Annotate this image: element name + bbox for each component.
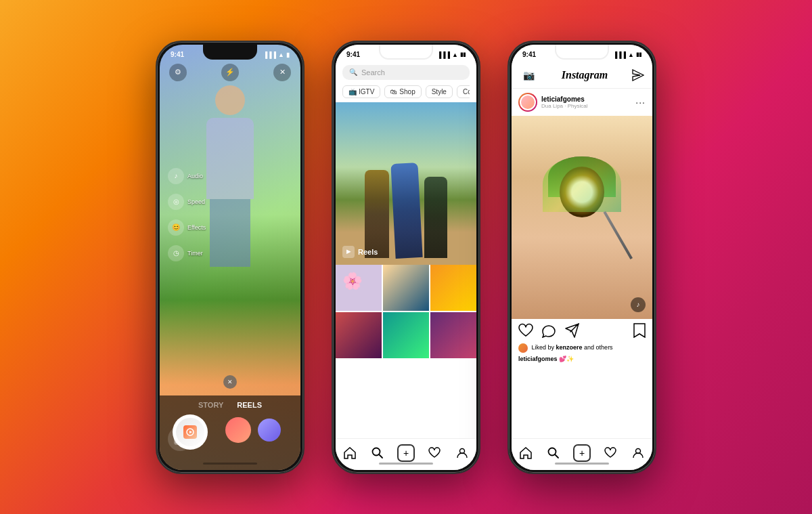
timer-control[interactable]: ◷ Timer: [168, 245, 206, 261]
svg-line-5: [379, 454, 382, 458]
status-icons-1: ▐▐▐ ▲ ▮: [263, 51, 290, 58]
effect-bubble-2[interactable]: [258, 419, 281, 442]
glitter-eyeshadow: [543, 156, 622, 213]
person-head: [215, 85, 245, 115]
nav-add-3[interactable]: +: [573, 444, 591, 462]
camera-icon-ig[interactable]: 📷: [520, 66, 537, 84]
post-actions: [512, 319, 652, 342]
pill-comics[interactable]: Comics: [457, 85, 470, 98]
nav-profile-3[interactable]: [630, 445, 646, 461]
home-indicator-3: [555, 463, 609, 465]
camera-top-controls: ⚙ ⚡ ✕: [160, 64, 300, 81]
notch-3: [555, 45, 609, 60]
search-icon: 🔍: [349, 68, 357, 76]
effects-control[interactable]: 😊 Effects: [168, 219, 206, 236]
grid-item-4[interactable]: [336, 312, 382, 358]
category-pills: 📺 IGTV 🛍 Shop Style Comics TV & Mo…: [342, 85, 470, 98]
nav-profile-2[interactable]: [454, 445, 470, 461]
timer-label: Timer: [187, 250, 203, 257]
nav-add-2[interactable]: +: [397, 444, 415, 462]
grid-item-3[interactable]: [430, 265, 476, 311]
status-time-2: 9:41: [346, 51, 360, 58]
explore-header: 🔍 Search 📺 IGTV 🛍 Shop Style Comics: [336, 62, 476, 102]
audio-label: Audio: [187, 173, 203, 179]
delete-badge[interactable]: ✕: [223, 375, 237, 389]
speed-control[interactable]: ◎ Speed: [168, 194, 206, 210]
dancer-1: [365, 170, 389, 258]
search-bar[interactable]: 🔍 Search: [342, 65, 470, 80]
user-text: leticiafgomes Dua Lipa · Physical: [541, 95, 587, 109]
close-icon[interactable]: ✕: [273, 64, 291, 81]
shop-icon: 🛍: [390, 88, 397, 95]
tab-story[interactable]: STORY: [198, 401, 223, 409]
tab-reels[interactable]: REELS: [237, 401, 262, 409]
caption-text: 💕✨: [559, 356, 574, 362]
dancer-2: [390, 163, 422, 259]
svg-line-8: [555, 454, 558, 458]
pill-shop[interactable]: 🛍 Shop: [384, 85, 421, 98]
phone-feed: 9:41 ▐▐▐ ▲ ▮▮ 📷 Instagram: [508, 41, 656, 474]
mode-tabs: STORY REELS: [198, 395, 262, 412]
svg-marker-3: [189, 431, 192, 433]
grid-item-5[interactable]: [383, 312, 429, 358]
music-badge: ♪: [631, 297, 646, 312]
action-buttons-left: [518, 323, 579, 341]
ig-post: leticiafgomes Dua Lipa · Physical ··· ♪: [512, 89, 652, 368]
notch: [203, 45, 257, 60]
more-options[interactable]: ···: [635, 97, 646, 108]
igtv-icon: 📺: [348, 88, 357, 95]
search-placeholder: Search: [361, 68, 385, 77]
effects-icon: 😊: [168, 219, 184, 236]
audio-control[interactable]: ♪ Audio: [168, 168, 206, 184]
dancer-3: [424, 177, 447, 258]
reels-label: ▶ Reels: [342, 246, 378, 258]
post-image: ♪: [512, 116, 652, 319]
like-icon[interactable]: [518, 323, 533, 341]
grid-item-2[interactable]: [383, 265, 429, 311]
phone-explore: 9:41 ▐▐▐ ▲ ▮▮ 🔍 Search 📺 IGTV 🛍 Shop: [332, 41, 480, 474]
save-icon[interactable]: [633, 323, 646, 341]
user-avatar[interactable]: [518, 93, 537, 112]
nav-home-3[interactable]: [518, 445, 534, 461]
liked-by-text: Liked by kenzoere and others: [512, 342, 652, 354]
user-info: leticiafgomes Dua Lipa · Physical: [518, 93, 587, 112]
pill-shop-label: Shop: [399, 88, 415, 95]
person-body: [206, 118, 254, 199]
flash-icon[interactable]: ⚡: [221, 64, 239, 81]
camera-left-controls: ♪ Audio ◎ Speed 😊 Effects ◷ Timer: [168, 168, 206, 261]
status-icons-2: ▐▐▐ ▲ ▮▮: [437, 51, 466, 58]
nav-home-2[interactable]: [342, 445, 358, 461]
effects-label: Effects: [187, 224, 206, 231]
brush: [603, 211, 632, 259]
pill-igtv[interactable]: 📺 IGTV: [342, 85, 380, 98]
grid-item-6[interactable]: [430, 312, 476, 358]
pill-igtv-label: IGTV: [359, 88, 374, 95]
reels-shutter-icon: [183, 425, 197, 439]
liked-suffix: and others: [584, 344, 613, 351]
person-legs: [210, 199, 250, 267]
explore-grid: [336, 265, 476, 358]
liked-avatar-small: [518, 344, 532, 351]
grid-item-1[interactable]: [336, 265, 382, 311]
home-indicator-2: [379, 463, 433, 465]
pill-style[interactable]: Style: [426, 85, 453, 98]
effect-bubble-1[interactable]: [225, 417, 251, 443]
timer-icon: ◷: [168, 245, 184, 261]
caption-username: leticiafgomes: [518, 356, 558, 362]
shutter-button[interactable]: [173, 414, 208, 450]
dancers-background: [336, 102, 476, 265]
nav-heart-3[interactable]: [602, 445, 618, 461]
phone-camera: 9:41 ▐▐▐ ▲ ▮ ⚙ ⚡ ✕ ♪ Audio ◎: [156, 41, 304, 474]
ig-app-header: 📷 Instagram: [512, 62, 652, 89]
reels-icon: ▶: [342, 246, 355, 258]
nav-heart-2[interactable]: [426, 445, 443, 461]
nav-search-2[interactable]: [369, 445, 386, 461]
share-icon[interactable]: [564, 323, 579, 341]
nav-search-3[interactable]: [545, 445, 562, 461]
post-actions-container: [512, 319, 652, 342]
speed-label: Speed: [187, 198, 205, 205]
settings-icon[interactable]: ⚙: [169, 64, 187, 81]
send-icon[interactable]: [632, 69, 644, 81]
status-icons-3: ▐▐▐ ▲ ▮▮: [613, 51, 641, 58]
comment-icon[interactable]: [541, 323, 556, 341]
